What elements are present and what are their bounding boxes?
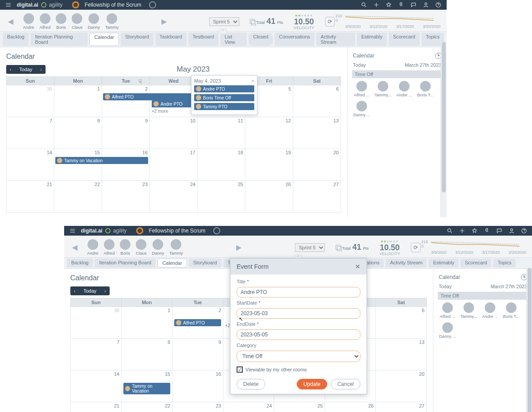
enddate-input[interactable] <box>237 329 360 340</box>
tab-storyboard[interactable]: Storyboard <box>189 259 222 267</box>
day-cell[interactable]: 6 <box>376 307 427 339</box>
collapse-up-icon[interactable]: ⌃ <box>219 28 227 34</box>
day-cell[interactable]: 22 <box>54 181 102 213</box>
side-person[interactable]: Tammy... <box>374 81 392 97</box>
room-settings-icon[interactable] <box>213 227 220 234</box>
star-icon[interactable] <box>386 2 392 8</box>
tab-storyboard[interactable]: Storyboard <box>121 33 153 46</box>
refresh-icon[interactable]: ⟳ <box>411 243 421 252</box>
tab-backlog[interactable]: Backlog <box>3 33 29 46</box>
puzzle-icon[interactable] <box>398 2 404 8</box>
more-events-link[interactable]: +2 more <box>152 109 195 114</box>
side-person[interactable]: Danny ... <box>439 322 456 339</box>
plus-icon[interactable] <box>373 2 379 8</box>
day-cell[interactable]: 12 <box>245 117 293 149</box>
members-prev-icon[interactable]: ◀ <box>6 17 15 26</box>
scrollbar-thumb[interactable] <box>528 268 532 412</box>
member-alfred[interactable]: Alfred <box>103 239 115 256</box>
side-person[interactable]: Tammy... <box>460 302 478 319</box>
tab-iteration-planning[interactable]: Iteration Planning Board <box>31 33 88 46</box>
prev-month-icon[interactable]: ‹ <box>6 65 15 74</box>
day-cell[interactable]: 15 Tammy on Vacation <box>54 149 102 181</box>
day-cell[interactable]: 22 <box>122 402 172 412</box>
plus-icon[interactable] <box>459 228 465 234</box>
day-cell[interactable]: 1 <box>54 85 102 117</box>
day-cell[interactable]: 17 <box>150 149 198 181</box>
day-cell[interactable]: 9 <box>172 339 223 370</box>
day-cell[interactable]: 27 <box>293 181 341 213</box>
sprint-select[interactable]: Sprint 5 <box>209 17 239 26</box>
members-next-icon[interactable]: ▶ <box>160 17 168 26</box>
day-cell[interactable]: 3 Andre PTO +2 more <box>150 85 198 117</box>
today-button[interactable]: Today <box>79 286 101 295</box>
day-cell[interactable]: 16 <box>102 149 150 181</box>
side-person[interactable]: Alfred ... <box>439 302 456 319</box>
member-boris[interactable]: Boris <box>120 239 130 256</box>
day-cell[interactable]: 23 <box>102 181 150 213</box>
user-icon[interactable] <box>509 228 515 234</box>
tab-estimably[interactable]: Estimably <box>357 33 387 46</box>
tab-estimably[interactable]: Estimably <box>429 259 459 267</box>
member-claus[interactable]: Claus <box>136 239 146 256</box>
tab-calendar[interactable]: Calendar <box>89 33 119 46</box>
event-tammy-vacation[interactable]: Tammy on Vacation <box>55 157 148 164</box>
viewable-checkbox[interactable]: ✓ Viewable by my other rooms <box>237 366 360 373</box>
day-cell[interactable]: 19 <box>245 149 293 181</box>
tab-activity-stream[interactable]: Activity Stream <box>386 259 427 267</box>
day-cell[interactable]: 14 <box>71 370 122 402</box>
day-cell[interactable]: 20 <box>293 149 341 181</box>
day-cell[interactable]: 24 <box>150 181 198 213</box>
day-cell[interactable]: 24 <box>223 402 274 412</box>
tab-scorecard[interactable]: Scorecard <box>389 33 420 46</box>
day-cell[interactable]: 6 <box>293 85 341 117</box>
tab-topics[interactable]: Topics <box>493 259 516 267</box>
day-cell[interactable]: 30 <box>71 307 122 339</box>
tab-scorecard[interactable]: Scorecard <box>460 259 491 267</box>
day-cell[interactable]: 11 <box>198 117 245 149</box>
tab-conversations[interactable]: Conversations <box>275 33 314 46</box>
title-input[interactable] <box>237 287 360 298</box>
member-andre[interactable]: Andre <box>87 239 98 256</box>
day-cell[interactable]: 26 <box>325 402 376 412</box>
day-cell[interactable]: 25 <box>274 402 325 412</box>
day-cell[interactable]: 18 <box>198 149 245 181</box>
day-cell[interactable]: 8 <box>122 339 172 370</box>
side-person[interactable]: Boris T... <box>417 81 434 97</box>
today-button[interactable]: Today <box>15 65 37 74</box>
sprint-select[interactable]: Sprint 5 <box>295 243 325 252</box>
day-cell[interactable]: 25 <box>198 181 245 213</box>
scrollbar[interactable] <box>440 42 447 217</box>
day-cell[interactable]: 8 <box>54 117 102 149</box>
member-claus[interactable]: Claus <box>72 13 82 30</box>
day-cell[interactable]: 30 <box>7 85 54 117</box>
members-prev-icon[interactable]: ◀ <box>70 243 79 252</box>
help-icon[interactable] <box>521 228 527 234</box>
member-danny[interactable]: Danny <box>88 13 100 30</box>
event-tammy-vacation[interactable]: Tammy on Vacation <box>123 383 170 394</box>
tab-calendar[interactable]: Calendar <box>157 259 187 267</box>
day-cell[interactable]: 9 <box>102 117 150 149</box>
search-icon[interactable] <box>361 2 367 8</box>
star-icon[interactable] <box>471 228 478 234</box>
room-name[interactable]: Fellowship of the Scrum <box>149 228 205 234</box>
room-settings-icon[interactable] <box>149 1 156 8</box>
tab-testboard[interactable]: Testboard <box>188 33 218 46</box>
modal-close-icon[interactable]: ✕ <box>355 263 360 270</box>
refresh-icon[interactable]: ⟳ <box>325 17 335 27</box>
popover-close-icon[interactable]: × <box>252 78 254 84</box>
tab-iteration-planning[interactable]: Iteration Planning Board <box>95 259 156 267</box>
delete-button[interactable]: Delete <box>237 379 265 389</box>
chat-icon[interactable] <box>496 228 502 234</box>
scrollbar[interactable] <box>526 268 532 412</box>
category-select[interactable]: Time Off <box>237 351 360 362</box>
day-cell[interactable]: 16 <box>172 370 223 402</box>
side-person[interactable]: Andre ... <box>481 302 499 319</box>
next-month-icon[interactable]: › <box>37 65 46 74</box>
day-cell[interactable]: 23 <box>172 402 223 412</box>
member-boris[interactable]: Boris <box>56 13 66 30</box>
prev-month-icon[interactable]: ‹ <box>70 286 79 295</box>
day-cell[interactable]: 7 <box>71 339 122 370</box>
day-cell[interactable]: 7 <box>7 117 54 149</box>
menu-icon[interactable] <box>5 2 11 8</box>
cancel-button[interactable]: Cancel <box>331 379 360 389</box>
